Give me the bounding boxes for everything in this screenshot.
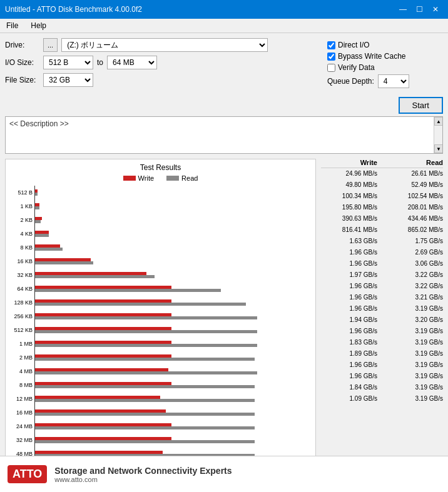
legend-read: Read — [166, 174, 198, 182]
menu-bar: File Help — [0, 19, 448, 33]
read-32kb: 1.75 GB/s — [390, 236, 443, 247]
read-4mb: 3.20 GB/s — [390, 314, 443, 326]
drive-select[interactable]: (Z:) ボリューム — [61, 38, 268, 52]
drive-row: Drive: ... (Z:) ボリューム — [5, 38, 321, 52]
write-64kb: 1.96 GB/s — [321, 247, 377, 258]
bar-read-32mb — [35, 440, 255, 443]
write-48mb: 1.84 GB/s — [321, 382, 377, 393]
direct-io-row: Direct I/O — [327, 41, 443, 49]
read-48mb: 3.19 GB/s — [390, 382, 443, 393]
write-16mb: 1.89 GB/s — [321, 348, 377, 359]
io-size-from-select[interactable]: 512 B — [43, 56, 93, 69]
description-box: << Description >> ▲ ▼ — [5, 116, 443, 154]
result-row-8mb: 1.96 GB/s3.19 GB/s — [321, 326, 443, 337]
bar-read-4mb — [35, 371, 257, 374]
io-size-row: I/O Size: 512 B to 64 MB — [5, 56, 321, 69]
read-4kb: 208.01 MB/s — [390, 202, 443, 213]
write-32kb: 1.63 GB/s — [321, 236, 377, 247]
bar-read-128kb — [35, 303, 246, 306]
result-row-1kb: 49.80 MB/s52.49 MB/s — [321, 179, 443, 191]
write-24mb: 1.96 GB/s — [321, 359, 377, 371]
result-row-16mb: 1.89 GB/s3.19 GB/s — [321, 348, 443, 359]
write-color — [123, 176, 136, 181]
chart-legend: Write Read — [8, 174, 313, 182]
result-row-128kb: 1.96 GB/s3.06 GB/s — [321, 258, 443, 269]
result-row-2mb: 1.96 GB/s3.19 GB/s — [321, 303, 443, 314]
chart-bars — [34, 186, 313, 475]
read-header: Read — [390, 159, 443, 166]
description-scrollbar: ▲ ▼ — [434, 117, 442, 153]
bar-read-2kb — [35, 220, 41, 223]
write-512kb: 1.96 GB/s — [321, 281, 377, 292]
read-32mb: 3.19 GB/s — [390, 371, 443, 382]
write-8kb: 390.63 MB/s — [321, 213, 377, 224]
bar-read-8mb — [35, 385, 255, 388]
drive-label: Drive: — [5, 41, 39, 49]
y-label-64kb: 64 KB — [8, 282, 33, 296]
description-text: << Description >> — [6, 117, 442, 131]
result-row-48mb: 1.84 GB/s3.19 GB/s — [321, 382, 443, 393]
result-row-2kb: 100.34 MB/s102.54 MB/s — [321, 191, 443, 202]
bypass-write-cache-checkbox[interactable] — [327, 53, 335, 61]
start-button[interactable]: Start — [399, 97, 443, 114]
write-12mb: 1.83 GB/s — [321, 337, 377, 348]
bar-read-512b — [35, 193, 38, 196]
read-24mb: 3.19 GB/s — [390, 359, 443, 371]
bar-row-16mb — [35, 406, 313, 419]
read-1mb: 3.21 GB/s — [390, 292, 443, 303]
write-2mb: 1.96 GB/s — [321, 303, 377, 314]
read-16mb: 3.19 GB/s — [390, 348, 443, 359]
bar-row-512b — [35, 186, 313, 199]
io-size-to-select[interactable]: 64 MB — [107, 56, 157, 69]
queue-depth-select[interactable]: 4 — [378, 74, 409, 88]
read-8mb: 3.19 GB/s — [390, 326, 443, 337]
io-size-label: I/O Size: — [5, 58, 39, 67]
read-64mb: 3.19 GB/s — [390, 393, 443, 404]
menu-help[interactable]: Help — [27, 20, 50, 31]
legend-write-label: Write — [138, 174, 154, 182]
minimize-button[interactable]: — — [395, 3, 410, 16]
browse-button[interactable]: ... — [43, 38, 58, 52]
bar-row-24mb — [35, 419, 313, 433]
scroll-up-arrow[interactable]: ▲ — [434, 117, 443, 126]
y-label-32kb: 32 KB — [8, 268, 33, 282]
bar-row-4kb — [35, 227, 313, 241]
close-button[interactable]: ✕ — [428, 3, 443, 16]
results-panel: Write Read 24.96 MB/s26.61 MB/s 49.80 MB… — [321, 159, 443, 492]
write-4mb: 1.94 GB/s — [321, 314, 377, 326]
scroll-down-arrow[interactable]: ▼ — [434, 144, 443, 153]
queue-depth-row: Queue Depth: 4 — [327, 74, 443, 88]
bar-row-256kb — [35, 309, 313, 323]
y-label-1mb: 1 MB — [8, 337, 33, 351]
write-header: Write — [321, 159, 377, 166]
write-1mb: 1.96 GB/s — [321, 292, 377, 303]
write-1kb: 49.80 MB/s — [321, 179, 377, 191]
result-row-64kb: 1.96 GB/s2.69 GB/s — [321, 247, 443, 258]
write-512b: 24.96 MB/s — [321, 168, 377, 179]
file-size-select[interactable]: 32 GB — [43, 73, 93, 87]
bar-read-12mb — [35, 399, 255, 402]
bar-read-32kb — [35, 275, 155, 278]
y-label-8kb: 8 KB — [8, 241, 33, 254]
bar-read-24mb — [35, 426, 255, 429]
bar-read-16kb — [35, 261, 93, 264]
verify-data-row: Verify Data — [327, 63, 443, 72]
window-controls: — ☐ ✕ — [395, 3, 443, 16]
read-512kb: 3.22 GB/s — [390, 281, 443, 292]
y-axis-labels: 512 B 1 KB 2 KB 4 KB 8 KB 16 KB 32 KB 64… — [8, 186, 34, 475]
y-label-16kb: 16 KB — [8, 254, 33, 268]
verify-data-checkbox[interactable] — [327, 64, 335, 72]
menu-file[interactable]: File — [3, 20, 22, 31]
atto-banner: ATTO Storage and Network Connectivity Ex… — [0, 456, 448, 492]
read-12mb: 3.19 GB/s — [390, 337, 443, 348]
maximize-button[interactable]: ☐ — [412, 3, 427, 16]
write-16kb: 816.41 MB/s — [321, 224, 377, 236]
legend-read-label: Read — [181, 174, 198, 182]
direct-io-checkbox[interactable] — [327, 41, 335, 49]
read-color — [166, 176, 179, 181]
bar-read-512kb — [35, 330, 257, 333]
y-label-1kb: 1 KB — [8, 199, 33, 213]
read-64kb: 2.69 GB/s — [390, 247, 443, 258]
bar-row-64kb — [35, 282, 313, 296]
y-label-16mb: 16 MB — [8, 406, 33, 419]
